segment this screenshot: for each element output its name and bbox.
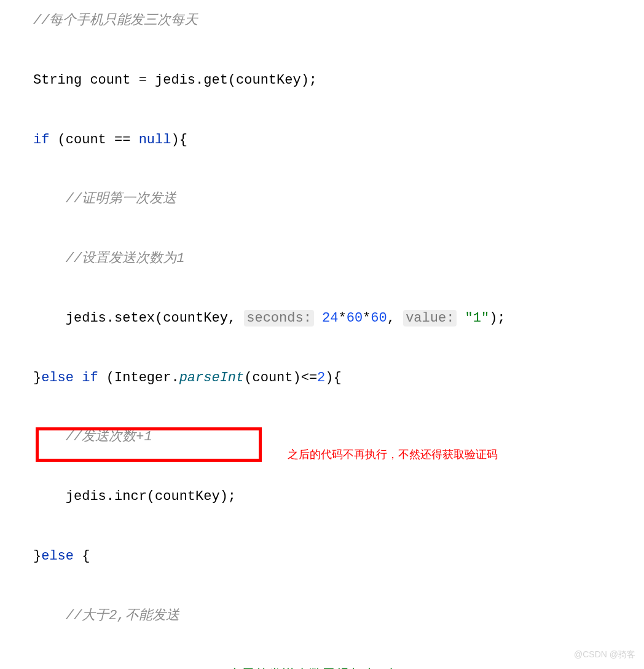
stmt-get-count: String count = jedis.get(countKey); [33,73,317,88]
kw-else-if: else if [41,370,98,386]
comment-gt2: //大于2,不能发送 [66,608,179,623]
static-parseint: parseInt [179,370,245,386]
annotation-text: 之后的代码不再执行，不然还得获取验证码 [288,443,498,467]
stmt-incr: jedis.incr(countKey); [66,489,236,504]
kw-null: null [139,132,171,148]
hint-seconds: seconds: [244,310,314,327]
kw-if: if [33,132,49,148]
code-block: //每个手机只能发三次每天 String count = jedis.get(c… [0,0,644,669]
comment-first-send: //证明第一次发送 [66,191,176,207]
comment-set-1: //设置发送次数为1 [66,251,185,266]
stmt-setex-count: jedis.setex(countKey, [66,311,244,326]
string-literal-1: "1" [457,311,489,326]
hint-value: value: [403,310,457,327]
kw-else: else [41,548,74,564]
highlight-box-return [36,427,262,462]
comment-limit: //每个手机只能发三次每天 [33,13,198,28]
watermark: @CSDN @骑客 [574,645,635,664]
